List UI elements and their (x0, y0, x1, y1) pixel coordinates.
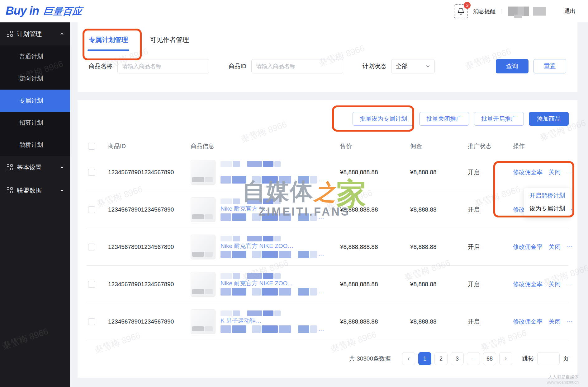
sidebar-item-targeted-plan[interactable]: 定向计划 (0, 68, 70, 90)
close-link[interactable]: 关闭 (549, 280, 561, 288)
sidebar-item-exclusive-plan[interactable]: 专属计划 (0, 90, 70, 112)
add-product-button[interactable]: 添加商品 (529, 112, 569, 126)
status-cell: 开启 (468, 318, 513, 326)
commission-cell: ¥8,888.88 (410, 206, 468, 213)
more-actions-link[interactable]: ··· (567, 280, 573, 288)
plan-status-select[interactable]: 全部 (391, 59, 435, 73)
grid-icon (7, 31, 13, 37)
jump-page-input[interactable] (537, 352, 560, 365)
product-id-cell: 12345678901234567890 (108, 244, 191, 250)
column-header-commission: 佣金 (410, 142, 468, 150)
row-checkbox[interactable] (88, 281, 95, 288)
commission-cell: ¥8,888.88 (410, 244, 468, 250)
redaction-block (533, 7, 546, 16)
row-checkbox[interactable] (88, 244, 95, 250)
row-checkbox[interactable] (88, 206, 95, 213)
column-header-actions: 操作 (513, 142, 569, 150)
product-title-fragment: Nike 耐克官方 N… (220, 206, 324, 212)
edit-commission-link[interactable]: 修改佣金率 (513, 318, 543, 326)
menu-item-open-queqiao-plan[interactable]: 开启鹊桥计划 (524, 189, 571, 202)
sidebar-item-label: 计划管理 (17, 30, 42, 38)
edit-commission-link[interactable]: 修改佣金率 (513, 243, 543, 251)
page-button-68[interactable]: 68 (483, 352, 496, 365)
notification-label[interactable]: 消息提醒 (473, 7, 496, 15)
product-name-label: 商品名称 (89, 62, 112, 70)
page-ellipsis-button[interactable]: ··· (467, 352, 480, 365)
product-thumbnail (191, 309, 216, 334)
sidebar-item-alliance-data[interactable]: 联盟数据 (0, 179, 70, 202)
page-button-3[interactable]: 3 (451, 352, 464, 365)
tab-visible-author-management[interactable]: 可见作者管理 (150, 35, 189, 51)
product-title-fragment: K 男子运动鞋… (220, 318, 324, 324)
logout-button[interactable]: 退出 (564, 7, 576, 15)
column-header-product-id: 商品ID (108, 142, 191, 150)
sidebar-item-basic-settings[interactable]: 基本设置 (0, 156, 70, 179)
total-count-text: 共 30300条数据 (349, 355, 391, 363)
sidebar-item-recruit-plan[interactable]: 招募计划 (0, 112, 70, 134)
batch-open-promotion-button[interactable]: 批量开启推广 (474, 112, 524, 126)
row-checkbox[interactable] (88, 318, 95, 325)
product-id-cell: 12345678901234567890 (108, 206, 191, 213)
column-header-price: 售价 (340, 142, 410, 150)
sidebar-item-queqiao-plan[interactable]: 鹊桥计划 (0, 134, 70, 156)
product-title-fragment (220, 168, 324, 175)
sidebar-item-label: 普通计划 (19, 53, 43, 61)
edit-commission-link[interactable]: 修改佣金率 (513, 168, 543, 176)
top-header: Buy in 巨量百应 3 消息提醒 | 退出 (0, 0, 588, 22)
table-panel: 批量设为专属计划 批量关闭推广 批量开启推广 添加商品 商品ID 商品信息 售价… (78, 100, 577, 378)
notification-bell-button[interactable]: 3 (454, 4, 468, 18)
product-thumbnail (191, 197, 216, 222)
app-logo: Buy in 巨量百应 (6, 4, 82, 18)
edit-commission-link[interactable]: 修改佣金率 (513, 280, 543, 288)
sidebar-item-label: 招募计划 (19, 119, 43, 127)
bell-icon (457, 7, 465, 15)
chevron-down-icon (60, 166, 64, 169)
batch-set-exclusive-button[interactable]: 批量设为专属计划 (353, 112, 414, 126)
chevron-down-icon (426, 64, 430, 68)
logo-text-en: Buy in (6, 4, 39, 17)
price-cell: ¥8,888,888.88 (340, 244, 410, 250)
tab-exclusive-plan-management[interactable]: 专属计划管理 (89, 35, 128, 51)
close-link[interactable]: 关闭 (549, 168, 561, 176)
row-checkbox[interactable] (88, 169, 95, 176)
page-button-1[interactable]: 1 (418, 352, 431, 365)
reset-button[interactable]: 重置 (533, 59, 566, 73)
sidebar-item-label: 基本设置 (17, 163, 42, 172)
grid-icon (7, 187, 13, 194)
status-cell: 开启 (468, 280, 513, 288)
product-id-input[interactable] (251, 59, 343, 73)
product-thumbnail (191, 235, 216, 259)
column-header-promotion-status: 推广状态 (468, 142, 513, 150)
close-link[interactable]: 关闭 (549, 243, 561, 251)
close-link[interactable]: 关闭 (549, 318, 561, 326)
pagination: 共 30300条数据 ‹ 1 2 3 ··· 68 › 跳转 页 (86, 352, 569, 365)
select-all-checkbox[interactable] (88, 143, 95, 150)
batch-toolbar: 批量设为专属计划 批量关闭推广 批量开启推广 添加商品 (86, 100, 569, 126)
product-id-cell: 12345678901234567890 (108, 169, 191, 176)
product-thumbnail (191, 160, 216, 185)
table-row: 12345678901234567890 Nike 耐克官方 NIKE ZOO…… (86, 228, 569, 266)
more-actions-link[interactable]: ··· (567, 243, 573, 251)
prev-page-button[interactable]: ‹ (402, 352, 415, 365)
page-button-2[interactable]: 2 (434, 352, 448, 365)
commission-cell: ¥8,888.88 (410, 318, 468, 325)
product-name-input[interactable] (117, 59, 209, 73)
menu-item-set-exclusive-plan[interactable]: 设为专属计划 (524, 202, 571, 215)
tab-label: 专属计划管理 (89, 36, 128, 43)
batch-close-promotion-button[interactable]: 批量关闭推广 (419, 112, 469, 126)
product-title-fragment: Nike 耐克官方 NIKE ZOO… (220, 243, 324, 249)
more-actions-link[interactable]: ··· (567, 318, 573, 326)
sidebar-item-label: 专属计划 (19, 97, 43, 105)
sidebar-item-normal-plan[interactable]: 普通计划 (0, 45, 70, 68)
next-page-button[interactable]: › (499, 352, 512, 365)
filter-panel: 专属计划管理 可见作者管理 商品名称 商品ID 计划状态 全部 查询 重置 (78, 22, 577, 92)
sidebar-item-plan-management[interactable]: 计划管理 (0, 22, 70, 45)
status-cell: 开启 (468, 168, 513, 176)
search-button[interactable]: 查询 (496, 59, 529, 73)
redaction-block (508, 7, 529, 16)
price-cell: ¥8,888,888.88 (340, 318, 410, 325)
more-actions-link[interactable]: ··· (567, 168, 573, 176)
sidebar-item-label: 联盟数据 (17, 186, 42, 195)
table-row: 12345678901234567890 Nike 耐克官方 N…… ¥8,88… (86, 191, 569, 228)
header-divider: | (501, 8, 503, 15)
